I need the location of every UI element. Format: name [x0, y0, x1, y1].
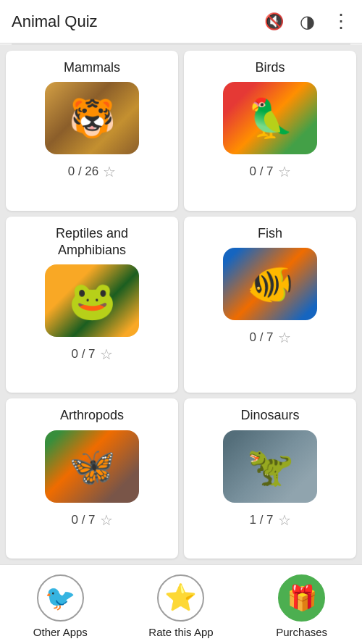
purchases-nav[interactable]: 🎁 Purchases: [251, 574, 353, 638]
categories-grid: Mammals 🐯 0 / 26 ☆ Birds 🦜 0 / 7 ☆ Repti…: [0, 45, 362, 564]
other-apps-icon-circle: 🐦: [37, 574, 84, 622]
app-header: Animal Quiz 🔇 ◑ ⋮: [0, 0, 362, 43]
fish-title: Fish: [258, 225, 282, 242]
fish-score: 0 / 7 ☆: [249, 329, 290, 346]
mammals-star-icon: ☆: [103, 163, 116, 180]
more-options-icon[interactable]: ⋮: [330, 12, 350, 32]
birds-star-icon: ☆: [278, 163, 291, 180]
rate-star-icon: ⭐: [164, 582, 197, 613]
other-apps-nav[interactable]: 🐦 Other Apps: [9, 574, 111, 638]
fish-emoji: 🐠: [247, 265, 294, 303]
app-title: Animal Quiz: [12, 12, 264, 31]
dinosaurs-card[interactable]: Dinosaurs 🦖 1 / 7 ☆: [184, 398, 356, 559]
birds-title: Birds: [255, 59, 285, 76]
arthropods-star-icon: ☆: [100, 511, 113, 529]
bottom-navigation: 🐦 Other Apps ⭐ Rate this App 🎁 Purchases: [0, 564, 362, 644]
reptiles-emoji: 🐸: [69, 282, 116, 319]
birds-image: 🦜: [223, 82, 317, 154]
reptiles-score: 0 / 7 ☆: [71, 346, 112, 363]
brightness-icon[interactable]: ◑: [297, 12, 317, 32]
mammals-title: Mammals: [64, 59, 120, 76]
header-actions: 🔇 ◑ ⋮: [264, 12, 350, 32]
mute-icon[interactable]: 🔇: [264, 12, 284, 32]
fish-star-icon: ☆: [278, 329, 291, 346]
fish-image: 🐠: [223, 248, 317, 320]
arthropods-image: 🦋: [45, 430, 139, 503]
purchases-icon-circle: 🎁: [278, 574, 325, 622]
birds-emoji: 🦜: [247, 99, 294, 137]
purchases-label: Purchases: [276, 626, 327, 638]
dinosaurs-emoji: 🦖: [247, 448, 294, 485]
dinosaurs-star-icon: ☆: [278, 511, 291, 529]
reptiles-title: Reptiles and Amphibians: [56, 225, 128, 259]
arthropods-card[interactable]: Arthropods 🦋 0 / 7 ☆: [6, 398, 178, 559]
other-apps-label: Other Apps: [33, 626, 88, 638]
arthropods-emoji: 🦋: [69, 448, 116, 485]
arthropods-score: 0 / 7 ☆: [71, 511, 112, 529]
mammals-score: 0 / 26 ☆: [68, 163, 117, 180]
dinosaurs-image: 🦖: [223, 430, 317, 503]
reptiles-star-icon: ☆: [100, 346, 113, 363]
fish-card[interactable]: Fish 🐠 0 / 7 ☆: [184, 217, 356, 393]
reptiles-card[interactable]: Reptiles and Amphibians 🐸 0 / 7 ☆: [6, 217, 178, 393]
rate-app-label: Rate this App: [148, 626, 213, 638]
rate-app-icon-circle: ⭐: [157, 574, 204, 622]
arthropods-title: Arthropods: [60, 407, 124, 424]
mammals-card[interactable]: Mammals 🐯 0 / 26 ☆: [6, 51, 178, 211]
mammals-image: 🐯: [45, 82, 139, 154]
rate-app-nav[interactable]: ⭐ Rate this App: [130, 574, 232, 638]
bird-icon: 🐦: [45, 583, 75, 612]
dinosaurs-score: 1 / 7 ☆: [249, 511, 290, 529]
birds-score: 0 / 7 ☆: [249, 163, 290, 180]
reptiles-image: 🐸: [45, 264, 139, 337]
gift-icon: 🎁: [287, 583, 317, 612]
birds-card[interactable]: Birds 🦜 0 / 7 ☆: [184, 51, 356, 211]
dinosaurs-title: Dinosaurs: [240, 407, 299, 424]
mammals-emoji: 🐯: [69, 99, 116, 137]
